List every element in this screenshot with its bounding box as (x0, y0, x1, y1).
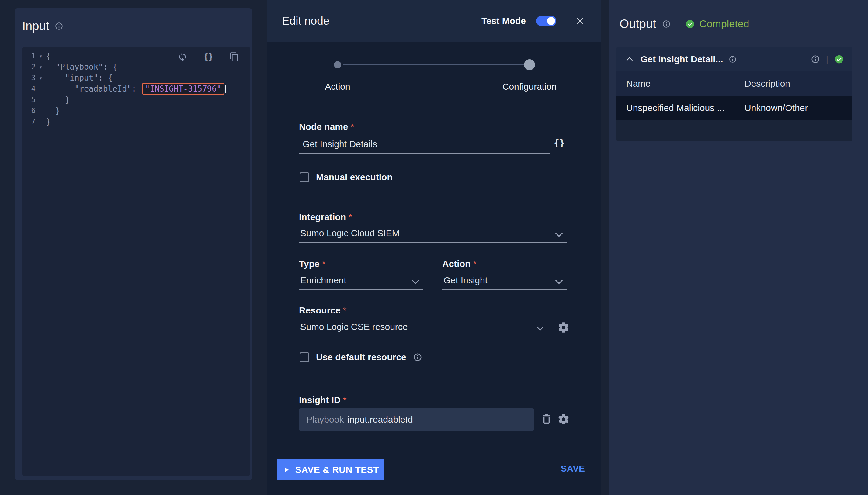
insight-id-input[interactable]: Playbook input.readableId (299, 408, 534, 431)
line-number: 3 (22, 72, 36, 83)
step-action-label[interactable]: Action (307, 82, 368, 92)
code-lines: 1▾{2▾ "Playbook": {3▾ "input": {4 "reada… (22, 50, 250, 127)
integration-label: Integration* (299, 212, 352, 222)
use-default-resource-checkbox[interactable] (300, 353, 309, 362)
required-asterisk: * (473, 259, 477, 269)
code-segment: : (132, 84, 141, 93)
chevron-down-icon[interactable] (553, 276, 565, 287)
type-label: Type* (299, 259, 325, 269)
action-label: Action* (442, 259, 477, 269)
code-text[interactable]: "readableId": "INSIGHT-315796" (46, 83, 226, 94)
test-mode-toggle[interactable] (536, 16, 556, 26)
insight-id-label: Insight ID* (299, 395, 346, 405)
node-name-label: Node name* (299, 122, 354, 132)
save-button[interactable]: SAVE (561, 463, 585, 474)
code-segment: } (46, 95, 70, 104)
input-panel-header: Input (15, 8, 252, 33)
code-line: 6 } (22, 105, 250, 116)
code-segment: "readableId" (46, 84, 132, 93)
use-default-resource-row: Use default resource (300, 352, 422, 362)
node-name-underline (299, 153, 549, 154)
edit-node-title: Edit node (282, 15, 329, 27)
toggle-knob (547, 17, 555, 25)
gutter-spacer (36, 116, 46, 127)
resource-underline (299, 336, 550, 336)
close-icon[interactable] (575, 16, 585, 27)
manual-execution-checkbox[interactable] (300, 172, 309, 182)
check-circle-icon (685, 19, 695, 29)
code-line: 2▾ "Playbook": { (22, 62, 250, 72)
output-title: Output (619, 17, 656, 31)
step-configuration-circle[interactable] (524, 59, 535, 70)
line-number: 4 (22, 83, 36, 94)
code-text[interactable]: "input": { (46, 72, 113, 83)
gutter-spacer (36, 105, 46, 116)
divider: | (826, 54, 828, 64)
info-icon[interactable] (55, 22, 63, 30)
type-select[interactable]: Enrichment (300, 275, 346, 286)
resource-label: Resource* (299, 305, 346, 315)
table-row[interactable]: Unspecified Malicious ...Unknown/Other (616, 96, 852, 120)
expression-braces-icon[interactable]: {} (554, 137, 565, 148)
code-segment: "Playbook" (46, 62, 103, 71)
output-header: Output Completed (619, 17, 749, 31)
step-configuration-label[interactable]: Configuration (493, 82, 566, 92)
chevron-down-icon[interactable] (410, 276, 421, 287)
resource-select[interactable]: Sumo Logic CSE resource (300, 322, 408, 332)
details-info-icon[interactable] (811, 55, 820, 64)
collapse-caret-icon[interactable]: ▾ (36, 50, 46, 62)
step-action-circle[interactable] (334, 61, 341, 68)
chevron-down-icon[interactable] (553, 229, 565, 240)
gutter-spacer (36, 94, 46, 105)
chevron-up-icon[interactable] (625, 54, 634, 64)
code-text[interactable]: "Playbook": { (46, 62, 117, 72)
node-name-input[interactable]: Get Insight Details (303, 139, 377, 149)
stepper-divider (267, 104, 601, 104)
json-input-editor[interactable]: {} 1▾{2▾ "Playbook": {3▾ "input": {4 "re… (22, 47, 250, 476)
required-asterisk: * (322, 259, 326, 269)
gear-icon[interactable] (557, 321, 570, 334)
copy-icon[interactable] (229, 52, 239, 62)
code-segment: "input" (46, 73, 98, 82)
code-line: 5 } (22, 94, 250, 105)
cell-description: Unknown/Other (740, 103, 808, 113)
insight-id-prefix: Playbook (306, 414, 344, 425)
highlighted-value[interactable]: "INSIGHT-315796" (142, 83, 224, 95)
chevron-down-icon[interactable] (534, 322, 546, 334)
code-text[interactable]: } (46, 116, 51, 127)
column-header-name: Name (616, 79, 740, 89)
type-underline (299, 289, 423, 290)
edit-node-panel: Edit node Test Mode Action Configuration… (267, 0, 601, 495)
save-run-test-button[interactable]: SAVE & RUN TEST (277, 459, 384, 480)
gutter-spacer (36, 83, 46, 94)
collapse-caret-icon[interactable]: ▾ (36, 62, 46, 72)
code-text[interactable]: } (46, 94, 70, 105)
code-text[interactable]: } (46, 105, 60, 116)
braces-icon[interactable]: {} (203, 52, 214, 62)
action-select[interactable]: Get Insight (443, 275, 488, 286)
editor-toolbar: {} (177, 52, 239, 62)
info-icon[interactable] (662, 20, 670, 28)
manual-execution-label: Manual execution (316, 172, 393, 183)
code-line: 3▾ "input": { (22, 72, 250, 83)
column-header-description: Description (740, 79, 790, 89)
gear-icon[interactable] (557, 413, 570, 426)
integration-underline (299, 242, 567, 243)
success-check-icon (834, 54, 844, 64)
line-number: 1 (22, 50, 36, 62)
input-panel-title: Input (22, 19, 49, 33)
code-text[interactable]: { (46, 50, 51, 62)
integration-select[interactable]: Sumo Logic Cloud SIEM (300, 228, 399, 238)
trash-icon[interactable] (541, 413, 552, 425)
code-line: 4 "readableId": "INSIGHT-315796" (22, 83, 250, 94)
stepper-connector (343, 65, 524, 65)
line-number: 5 (22, 94, 36, 105)
collapse-caret-icon[interactable]: ▾ (36, 72, 46, 83)
output-panel: Output Completed Get Insight Detail... (609, 0, 868, 495)
info-icon[interactable] (413, 353, 422, 362)
output-card-header[interactable]: Get Insight Detail... | (616, 47, 852, 71)
code-segment: : { (98, 73, 113, 82)
info-icon[interactable] (729, 55, 737, 63)
refresh-icon[interactable] (177, 52, 187, 62)
input-panel: Input {} 1▾{2▾ "Playbook": {3▾ "input": … (15, 8, 252, 480)
